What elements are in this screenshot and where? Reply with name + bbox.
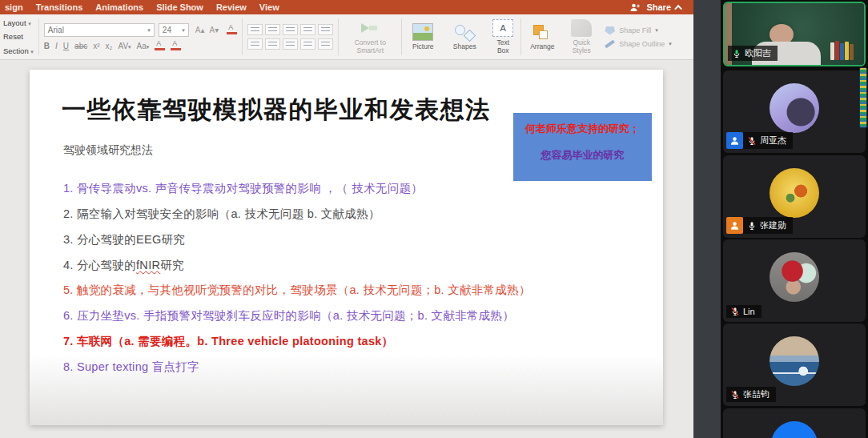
slide-subtitle: 驾驶领域研究想法 — [63, 143, 153, 158]
avatar-initials: 艺艺 — [771, 421, 818, 438]
insert-picture: Picture — [402, 14, 444, 59]
slide-group: Layout ▾ Reset Section ▾ — [0, 14, 38, 59]
callout-box[interactable]: 何老师乐意支持的研究； 您容易毕业的研究 — [513, 113, 652, 181]
avatar — [770, 336, 819, 386]
strikethrough-button[interactable]: abc — [74, 42, 87, 50]
spellcheck-word: fNIR — [136, 259, 160, 271]
shapes-icon — [454, 23, 475, 41]
underline-button[interactable]: U — [63, 42, 69, 50]
window-gap — [693, 0, 721, 438]
text-direction-button[interactable] — [318, 38, 333, 50]
host-badge — [726, 217, 743, 234]
list-item: 2. 隔空输入对驾驶安全的影响（a. 技术无问题 b. 文献成熟） — [63, 207, 380, 222]
arrange-group: Arrange — [521, 14, 563, 59]
arrange-button[interactable]: Arrange — [526, 43, 558, 51]
picture-icon — [412, 23, 433, 41]
microphone-icon — [732, 49, 741, 58]
shrink-font-button[interactable]: A▾ — [210, 26, 219, 34]
justify-button[interactable] — [300, 38, 315, 50]
convert-smartart-button[interactable]: Convert to SmartArt — [344, 39, 396, 55]
shape-outline-button[interactable]: Shape Outline▾ — [605, 40, 672, 48]
font-name-combo[interactable]: Arial▾ — [44, 23, 155, 37]
participant-tile[interactable]: Lin — [723, 239, 866, 322]
slide[interactable]: 一些依靠驾驶模拟器的毕业和发表想法 何老师乐意支持的研究； 您容易毕业的研究 驾… — [30, 70, 663, 425]
quick-styles-icon — [571, 19, 592, 37]
list-item: 5. 触觉的衰减，与其他视听觉预警的对比，驾驶场景（a. 技术无问题；b. 文献… — [63, 283, 531, 298]
ribbon-body: Layout ▾ Reset Section ▾ Arial▾ 24▾ A▴ A… — [0, 14, 693, 60]
microphone-icon — [747, 221, 757, 231]
participant-tile[interactable]: 周亚杰 — [723, 70, 866, 153]
list-item: 6. 压力坐垫vs. 手指预警对驾驶刹车反应时的影响（a. 技术无问题；b. 文… — [63, 308, 514, 323]
align-center-button[interactable] — [265, 38, 280, 50]
picture-button[interactable]: Picture — [407, 43, 439, 51]
avatar — [770, 252, 819, 302]
tab-design[interactable]: sign — [5, 2, 23, 12]
change-case-button[interactable]: Aa▾ — [137, 42, 150, 50]
character-spacing-button[interactable]: AV▾ — [118, 42, 131, 50]
bold-button[interactable]: B — [44, 42, 50, 50]
microphone-muted-icon — [747, 136, 757, 146]
subscript-button[interactable]: x₂ — [106, 42, 113, 50]
tab-animations[interactable]: Animations — [95, 2, 143, 12]
bookshelf — [830, 41, 858, 60]
host-badge — [726, 132, 743, 149]
increase-indent-button[interactable] — [300, 24, 315, 35]
italic-button[interactable]: I — [55, 42, 58, 50]
participant-tile[interactable]: 张建勋 — [723, 155, 866, 238]
tab-slide-show[interactable]: Slide Show — [156, 2, 203, 12]
name-tag: 周亚杰 — [743, 132, 793, 149]
line-spacing-button[interactable] — [318, 24, 333, 35]
collapse-ribbon-icon[interactable] — [674, 4, 682, 12]
participant-tile[interactable]: 艺艺 — [723, 408, 866, 438]
slide-title: 一些依靠驾驶模拟器的毕业和发表想法 — [62, 94, 491, 127]
microphone-muted-icon — [730, 307, 740, 316]
align-left-button[interactable] — [247, 38, 263, 50]
participant-name: 欧阳吉 — [745, 47, 771, 59]
insert-textbox: A Text Box — [485, 14, 520, 59]
name-tag: 张喆钧 — [726, 387, 776, 402]
shape-format-group: Shape Fill▾ Shape Outline▾ — [600, 14, 677, 59]
shapes-button[interactable]: Shapes — [448, 43, 480, 51]
tab-transitions[interactable]: Transitions — [36, 2, 83, 12]
convert-smartart-icon — [360, 19, 380, 37]
reset-button[interactable]: Reset — [3, 30, 34, 43]
grow-font-button[interactable]: A▴ — [195, 26, 205, 34]
section-button[interactable]: Section ▾ — [3, 44, 34, 58]
share-button[interactable]: Share — [646, 2, 671, 12]
layout-button[interactable]: Layout ▾ — [3, 16, 34, 30]
list-item: 4. 分心驾驶的fNIR研究 — [63, 258, 184, 273]
text-box-button[interactable]: Text Box — [490, 39, 516, 55]
align-right-button[interactable] — [283, 38, 298, 50]
participant-tile[interactable]: 欧阳吉 — [723, 2, 866, 66]
bullets-button[interactable] — [247, 24, 263, 35]
highlight-color-button[interactable] — [155, 42, 165, 50]
name-tag: 欧阳吉 — [728, 46, 778, 61]
font-color-button[interactable] — [171, 42, 181, 50]
participant-tile[interactable]: 张喆钧 — [723, 323, 866, 406]
name-tag: Lin — [726, 305, 762, 318]
share-person-icon — [629, 2, 641, 12]
microphone-muted-icon — [730, 390, 740, 400]
insert-shapes: Shapes — [444, 14, 485, 59]
tab-view[interactable]: View — [259, 2, 279, 12]
superscript-button[interactable]: x² — [93, 42, 99, 50]
font-size-combo[interactable]: 24▾ — [159, 23, 189, 37]
shape-outline-icon — [605, 39, 615, 48]
person-icon — [729, 220, 740, 231]
list-item: 8. Super texting 盲点打字 — [63, 360, 199, 375]
participants-panel: 欧阳吉 周亚杰 — [721, 0, 868, 438]
participant-name: 周亚杰 — [760, 135, 786, 147]
shape-fill-icon — [605, 26, 615, 35]
callout-line2: 您容易毕业的研究 — [513, 148, 652, 163]
screen: sign Transitions Animations Slide Show R… — [0, 0, 868, 438]
list-item: 3. 分心驾驶的EEG研究 — [63, 232, 185, 247]
quick-styles-button[interactable]: Quick Styles — [568, 39, 595, 55]
clear-formatting-button[interactable] — [227, 26, 237, 34]
shape-fill-button[interactable]: Shape Fill▾ — [605, 26, 672, 35]
text-box-icon: A — [492, 19, 513, 37]
numbering-button[interactable] — [265, 24, 280, 35]
callout-line1: 何老师乐意支持的研究； — [513, 122, 652, 136]
decrease-indent-button[interactable] — [283, 24, 298, 35]
tab-review[interactable]: Review — [216, 2, 247, 12]
panel-scrollbar[interactable] — [859, 67, 867, 128]
